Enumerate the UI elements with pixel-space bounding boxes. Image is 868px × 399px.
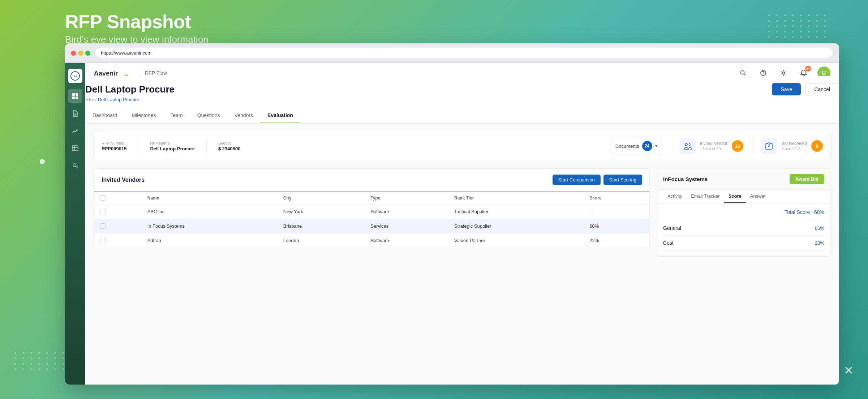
rp-tab-score[interactable]: Score (724, 190, 746, 203)
rfp-name-value: Dell Laptop Procure (150, 146, 195, 151)
table-row: In Focus Systems Brisbane Services Strat… (94, 219, 649, 233)
content-area: RFP Number RFP009015 RFP Name Dell Lapto… (85, 124, 839, 385)
vendor-rank-2: Strategic Supplier (448, 219, 584, 233)
nav-rfp-flow: RFP Flow (139, 70, 167, 76)
rfp-name-field: RFP Name Dell Laptop Procure (150, 141, 195, 151)
vendor-city-3: London (278, 233, 365, 248)
cancel-button[interactable]: Cancel (805, 83, 839, 95)
category-value-general: 05% (815, 226, 824, 231)
rfp-title: Dell Laptop Procure (85, 84, 175, 95)
rfp-metrics: Documents 24 ▾ (611, 137, 823, 155)
bid-received-count: 8 (811, 140, 823, 152)
two-col-layout: Invited Vendors Start Comparison Start S… (94, 168, 830, 257)
rfp-name-label: RFP Name (150, 141, 195, 145)
sidebar-item-dashboard[interactable] (68, 89, 82, 103)
bid-received-icon (761, 138, 777, 154)
select-all-checkbox[interactable] (100, 195, 106, 201)
vendors-table: Name City Type Rank Tier Score (94, 192, 649, 248)
score-category-cost: Cost 20% (663, 236, 824, 250)
category-value-cost: 20% (815, 240, 824, 246)
browser-dots (71, 51, 90, 56)
invited-vendor-label: Invited Vendor (700, 141, 728, 146)
tab-vendors[interactable]: Vendors (227, 108, 260, 123)
tab-dashboard[interactable]: Dashboard (85, 108, 125, 123)
vendors-header: Invited Vendors Start Comparison Start S… (94, 169, 649, 192)
vendor-city-1: New York (278, 205, 365, 219)
sidebar-item-table[interactable] (68, 141, 82, 155)
col-rank-tier: Rank Tier (448, 192, 584, 205)
tab-questions[interactable]: Questions (190, 108, 227, 123)
svg-rect-5 (76, 96, 78, 99)
vendors-card: Invited Vendors Start Comparison Start S… (94, 168, 650, 248)
vendor-city-2: Brisbane (278, 219, 365, 233)
browser-url-bar[interactable]: https://www.aavenir.com (95, 48, 833, 58)
rfp-number-value: RFP009015 (102, 146, 126, 151)
award-bid-button[interactable]: Award Bid (790, 174, 824, 184)
vendor-type-1: Software (365, 205, 448, 219)
svg-rect-2 (72, 93, 75, 96)
table-row: Adtran London Software Valued Partner 22… (94, 233, 649, 248)
table-row: ABC Inc New York Software Tactical Suppl… (94, 205, 649, 219)
notification-badge: 9+ (805, 66, 811, 72)
svg-point-9 (73, 164, 76, 167)
vendors-actions: Start Comparison Start Scoring (553, 175, 642, 185)
bid-received-metric: Bid Received 8 out of 12 8 (761, 138, 823, 154)
tab-milestones[interactable]: Milestones (125, 108, 163, 123)
vendor-rank-3: Valued Partner (448, 233, 584, 248)
browser-dot-yellow[interactable] (78, 51, 83, 56)
left-column: Invited Vendors Start Comparison Start S… (94, 168, 650, 257)
documents-dropdown[interactable]: Documents 24 ▾ (611, 138, 662, 154)
notification-bell[interactable]: 9+ (797, 66, 810, 80)
sidebar-logo: Aa (68, 69, 82, 83)
right-panel-title: InFocus Systems (663, 176, 708, 182)
vendor-score-3: 22% (584, 233, 649, 248)
page-title-section: Dell Laptop Procure Save Cancel RFx / De… (85, 76, 839, 124)
start-comparison-button[interactable]: Start Comparison (553, 175, 601, 185)
row-checkbox-1 (94, 205, 142, 219)
sidebar-item-analytics[interactable] (68, 124, 82, 138)
invited-vendor-icon (680, 138, 696, 154)
sidebar: Aa (65, 63, 85, 385)
rp-tab-activity[interactable]: Activity (663, 190, 687, 203)
svg-point-12 (741, 70, 744, 74)
invited-vendor-info: Invited Vendor 12 out of 50 (700, 141, 728, 151)
sidebar-item-document[interactable] (68, 106, 82, 121)
start-scoring-button[interactable]: Start Scoring (603, 175, 642, 185)
total-score-label: Total Score : (785, 209, 813, 215)
rfp-budget-label: Budget (218, 141, 240, 145)
bid-received-label: Bid Received (781, 141, 807, 146)
invited-vendor-count: 12 (732, 140, 743, 152)
metric-divider-2 (752, 137, 752, 155)
vendor-score-1: - (584, 205, 649, 219)
col-name: Name (142, 192, 278, 205)
right-column: InFocus Systems Award Bid Activity Email… (657, 168, 830, 257)
browser-dot-red[interactable] (71, 51, 76, 56)
close-button[interactable]: ✕ (844, 364, 854, 377)
table-header-row: Name City Type Rank Tier Score (94, 192, 649, 205)
rfp-divider-1 (138, 139, 138, 153)
page-title-row: Dell Laptop Procure Save Cancel (85, 83, 839, 95)
save-button[interactable]: Save (772, 83, 801, 95)
vendors-title: Invited Vendors (102, 177, 145, 183)
sidebar-item-key[interactable] (68, 158, 82, 173)
browser-chrome: https://www.aavenir.com (65, 43, 839, 63)
tab-evaluation[interactable]: Evaluation (260, 108, 300, 123)
vendor-rank-1: Tactical Supplier (448, 205, 584, 219)
category-name-cost: Cost (663, 240, 674, 246)
rp-tab-answer[interactable]: Answer (746, 190, 770, 203)
vendor-type-2: Services (365, 219, 448, 233)
category-name-general: General (663, 225, 681, 231)
svg-point-14 (782, 72, 785, 74)
tab-team[interactable]: Team (163, 108, 190, 123)
vendor-type-3: Software (365, 233, 448, 248)
svg-rect-6 (72, 146, 78, 151)
browser-window: https://www.aavenir.com Aa (65, 43, 839, 385)
score-category-general: General 05% (663, 221, 824, 236)
tabs: Dashboard Milestones Team Questions Vend… (85, 108, 839, 123)
row-checkbox-3 (94, 233, 142, 248)
bid-received-sub: 8 out of 12 (781, 147, 807, 151)
documents-label: Documents (615, 143, 639, 149)
breadcrumb-current: Dell Laptop Procure (98, 97, 139, 102)
rp-tab-email-tracker[interactable]: Email Tracker (687, 190, 724, 203)
browser-dot-green[interactable] (85, 51, 90, 56)
